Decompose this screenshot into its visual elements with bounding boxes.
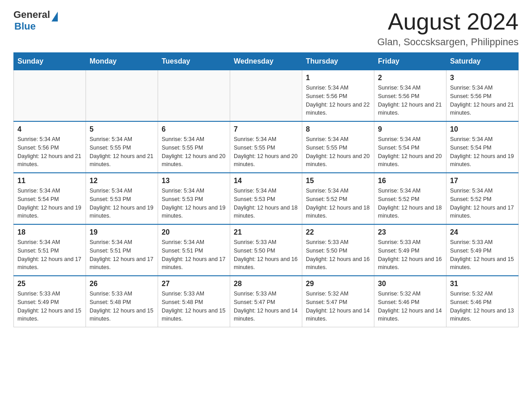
day-number: 29 (306, 280, 370, 288)
day-info: Sunrise: 5:34 AMSunset: 5:55 PMDaylight:… (306, 135, 370, 169)
calendar-cell: 22Sunrise: 5:33 AMSunset: 5:50 PMDayligh… (302, 224, 374, 276)
day-info: Sunrise: 5:34 AMSunset: 5:55 PMDaylight:… (90, 135, 154, 169)
day-number: 5 (90, 125, 154, 133)
day-number: 2 (378, 74, 442, 82)
day-info: Sunrise: 5:33 AMSunset: 5:49 PMDaylight:… (378, 238, 442, 272)
logo: General Blue (13, 9, 58, 32)
day-number: 7 (234, 125, 298, 133)
day-number: 20 (162, 228, 226, 236)
title-section: August 2024 Glan, Soccsksargen, Philippi… (378, 9, 519, 48)
day-info: Sunrise: 5:34 AMSunset: 5:54 PMDaylight:… (17, 187, 82, 220)
day-number: 28 (234, 280, 298, 288)
calendar-cell: 11Sunrise: 5:34 AMSunset: 5:54 PMDayligh… (14, 173, 86, 224)
calendar-cell: 13Sunrise: 5:34 AMSunset: 5:53 PMDayligh… (158, 173, 230, 224)
day-number: 14 (234, 177, 298, 185)
calendar-cell (230, 70, 302, 122)
calendar-header-row: SundayMondayTuesdayWednesdayThursdayFrid… (14, 53, 519, 70)
week-row-2: 4Sunrise: 5:34 AMSunset: 5:56 PMDaylight… (14, 121, 519, 173)
calendar-cell: 30Sunrise: 5:32 AMSunset: 5:46 PMDayligh… (374, 276, 446, 327)
day-info: Sunrise: 5:34 AMSunset: 5:52 PMDaylight:… (306, 187, 370, 220)
day-info: Sunrise: 5:34 AMSunset: 5:53 PMDaylight:… (90, 187, 154, 220)
week-row-3: 11Sunrise: 5:34 AMSunset: 5:54 PMDayligh… (14, 173, 519, 224)
calendar-cell: 23Sunrise: 5:33 AMSunset: 5:49 PMDayligh… (374, 224, 446, 276)
calendar-cell: 6Sunrise: 5:34 AMSunset: 5:55 PMDaylight… (158, 121, 230, 173)
day-info: Sunrise: 5:32 AMSunset: 5:47 PMDaylight:… (306, 290, 370, 323)
day-number: 24 (450, 228, 515, 236)
day-info: Sunrise: 5:33 AMSunset: 5:49 PMDaylight:… (17, 290, 82, 323)
calendar-cell: 29Sunrise: 5:32 AMSunset: 5:47 PMDayligh… (302, 276, 374, 327)
week-row-4: 18Sunrise: 5:34 AMSunset: 5:51 PMDayligh… (14, 224, 519, 276)
day-info: Sunrise: 5:34 AMSunset: 5:55 PMDaylight:… (162, 135, 226, 169)
day-info: Sunrise: 5:34 AMSunset: 5:51 PMDaylight:… (90, 238, 154, 272)
header-friday: Friday (374, 53, 446, 70)
calendar-cell: 9Sunrise: 5:34 AMSunset: 5:54 PMDaylight… (374, 121, 446, 173)
calendar-cell (14, 70, 86, 122)
day-number: 17 (450, 177, 515, 185)
day-number: 13 (162, 177, 226, 185)
day-number: 15 (306, 177, 370, 185)
calendar-cell: 10Sunrise: 5:34 AMSunset: 5:54 PMDayligh… (446, 121, 519, 173)
calendar-cell: 12Sunrise: 5:34 AMSunset: 5:53 PMDayligh… (86, 173, 158, 224)
calendar-cell: 31Sunrise: 5:32 AMSunset: 5:46 PMDayligh… (446, 276, 519, 327)
day-number: 8 (306, 125, 370, 133)
calendar-table: SundayMondayTuesdayWednesdayThursdayFrid… (13, 52, 519, 327)
calendar-cell: 16Sunrise: 5:34 AMSunset: 5:52 PMDayligh… (374, 173, 446, 224)
day-number: 22 (306, 228, 370, 236)
day-number: 30 (378, 280, 442, 288)
calendar-cell: 8Sunrise: 5:34 AMSunset: 5:55 PMDaylight… (302, 121, 374, 173)
calendar-cell: 3Sunrise: 5:34 AMSunset: 5:56 PMDaylight… (446, 70, 519, 122)
calendar-cell: 14Sunrise: 5:34 AMSunset: 5:53 PMDayligh… (230, 173, 302, 224)
day-number: 3 (450, 74, 515, 82)
day-info: Sunrise: 5:33 AMSunset: 5:50 PMDaylight:… (234, 238, 298, 272)
day-info: Sunrise: 5:32 AMSunset: 5:46 PMDaylight:… (378, 290, 442, 323)
week-row-1: 1Sunrise: 5:34 AMSunset: 5:56 PMDaylight… (14, 70, 519, 122)
page-header: General Blue August 2024 Glan, Soccsksar… (13, 9, 519, 48)
day-info: Sunrise: 5:33 AMSunset: 5:49 PMDaylight:… (450, 238, 515, 272)
calendar-cell: 21Sunrise: 5:33 AMSunset: 5:50 PMDayligh… (230, 224, 302, 276)
calendar-cell: 2Sunrise: 5:34 AMSunset: 5:56 PMDaylight… (374, 70, 446, 122)
header-thursday: Thursday (302, 53, 374, 70)
day-info: Sunrise: 5:34 AMSunset: 5:52 PMDaylight:… (450, 187, 515, 220)
calendar-cell: 1Sunrise: 5:34 AMSunset: 5:56 PMDaylight… (302, 70, 374, 122)
day-number: 21 (234, 228, 298, 236)
day-info: Sunrise: 5:33 AMSunset: 5:47 PMDaylight:… (234, 290, 298, 323)
logo-blue-text: Blue (14, 21, 58, 32)
calendar-cell: 7Sunrise: 5:34 AMSunset: 5:55 PMDaylight… (230, 121, 302, 173)
calendar-cell: 5Sunrise: 5:34 AMSunset: 5:55 PMDaylight… (86, 121, 158, 173)
day-number: 4 (17, 125, 82, 133)
day-number: 27 (162, 280, 226, 288)
calendar-cell: 26Sunrise: 5:33 AMSunset: 5:48 PMDayligh… (86, 276, 158, 327)
day-info: Sunrise: 5:34 AMSunset: 5:56 PMDaylight:… (450, 84, 515, 117)
day-info: Sunrise: 5:33 AMSunset: 5:50 PMDaylight:… (306, 238, 370, 272)
calendar-cell: 28Sunrise: 5:33 AMSunset: 5:47 PMDayligh… (230, 276, 302, 327)
logo-triangle-icon (51, 12, 58, 21)
calendar-cell: 24Sunrise: 5:33 AMSunset: 5:49 PMDayligh… (446, 224, 519, 276)
week-row-5: 25Sunrise: 5:33 AMSunset: 5:49 PMDayligh… (14, 276, 519, 327)
day-number: 12 (90, 177, 154, 185)
calendar-cell: 15Sunrise: 5:34 AMSunset: 5:52 PMDayligh… (302, 173, 374, 224)
header-sunday: Sunday (14, 53, 86, 70)
day-number: 16 (378, 177, 442, 185)
logo-general-text: General (13, 9, 50, 21)
calendar-cell (158, 70, 230, 122)
day-number: 18 (17, 228, 82, 236)
day-info: Sunrise: 5:34 AMSunset: 5:55 PMDaylight:… (234, 135, 298, 169)
day-info: Sunrise: 5:32 AMSunset: 5:46 PMDaylight:… (450, 290, 515, 323)
day-number: 6 (162, 125, 226, 133)
day-number: 26 (90, 280, 154, 288)
calendar-cell: 18Sunrise: 5:34 AMSunset: 5:51 PMDayligh… (14, 224, 86, 276)
calendar-cell: 27Sunrise: 5:33 AMSunset: 5:48 PMDayligh… (158, 276, 230, 327)
day-info: Sunrise: 5:34 AMSunset: 5:56 PMDaylight:… (378, 84, 442, 117)
day-info: Sunrise: 5:34 AMSunset: 5:51 PMDaylight:… (17, 238, 82, 272)
calendar-cell: 19Sunrise: 5:34 AMSunset: 5:51 PMDayligh… (86, 224, 158, 276)
day-info: Sunrise: 5:34 AMSunset: 5:54 PMDaylight:… (378, 135, 442, 169)
day-number: 31 (450, 280, 515, 288)
header-wednesday: Wednesday (230, 53, 302, 70)
day-info: Sunrise: 5:34 AMSunset: 5:53 PMDaylight:… (162, 187, 226, 220)
day-info: Sunrise: 5:34 AMSunset: 5:54 PMDaylight:… (450, 135, 515, 169)
day-info: Sunrise: 5:34 AMSunset: 5:53 PMDaylight:… (234, 187, 298, 220)
calendar-cell: 20Sunrise: 5:34 AMSunset: 5:51 PMDayligh… (158, 224, 230, 276)
calendar-cell: 4Sunrise: 5:34 AMSunset: 5:56 PMDaylight… (14, 121, 86, 173)
header-monday: Monday (86, 53, 158, 70)
day-info: Sunrise: 5:34 AMSunset: 5:52 PMDaylight:… (378, 187, 442, 220)
